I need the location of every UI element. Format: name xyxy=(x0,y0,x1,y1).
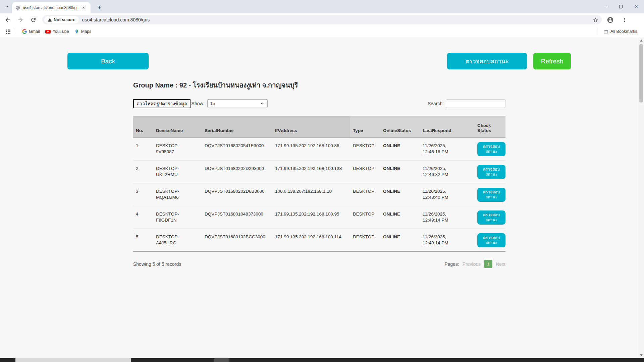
window-close-button[interactable]: × xyxy=(629,0,644,13)
cell-no: 4 xyxy=(133,206,153,229)
forward-nav-button[interactable] xyxy=(15,14,26,25)
row-check-status-button[interactable]: ตรวจสอบ สถานะ xyxy=(477,142,505,156)
cell-last-respond: 11/26/2025, 12:49:14 PM xyxy=(420,206,475,229)
cell-serial-number: DQVPJST01680202D6B3000 xyxy=(202,183,272,206)
cell-serial-number: DQVPJST0168020541E3000 xyxy=(202,137,272,160)
cell-online-status: ONLINE xyxy=(380,137,420,160)
page-size-value: 15 xyxy=(210,101,260,106)
pagination: Pages: Previous 1 Next xyxy=(444,260,505,268)
cell-check-status: ตรวจสอบ สถานะ xyxy=(475,137,505,160)
cell-ip-address: 171.99.135.202:192.168.100.114 xyxy=(272,229,350,251)
table-row: 4 DESKTOP-F8GDF1N DQVPJST016801048373000… xyxy=(133,206,505,229)
window-minimize-button[interactable] xyxy=(598,0,613,13)
header-lastrespond: LastRespond xyxy=(420,116,475,137)
page-size-select[interactable]: 15 xyxy=(207,99,268,108)
cell-device-name: DESKTOP-A4J5HRC xyxy=(153,229,202,251)
page-content: Back ตรวจสอบสถานะ Refresh Group Name : 9… xyxy=(0,37,638,358)
next-page-button[interactable]: Next xyxy=(496,261,505,267)
cell-check-status: ตรวจสอบ สถานะ xyxy=(475,206,505,229)
cell-no: 1 xyxy=(133,137,153,160)
tab-search-chevron-icon[interactable] xyxy=(3,2,12,11)
scrollbar-up-arrow-icon[interactable] xyxy=(638,38,644,43)
folder-icon xyxy=(603,29,608,34)
row-check-status-button[interactable]: ตรวจสอบ สถานะ xyxy=(477,165,505,179)
cell-online-status: ONLINE xyxy=(380,229,420,251)
cell-online-status: ONLINE xyxy=(380,183,420,206)
table-row: 3 DESKTOP-MQA1GM6 DQVPJST01680202D6B3000… xyxy=(133,183,505,206)
cell-last-respond: 11/26/2025, 12:49:14 PM xyxy=(420,229,475,251)
row-check-status-button[interactable]: ตรวจสอบ สถานะ xyxy=(477,210,505,225)
table-header-row: No. DeviceName SerialNumber IPAddress Ty… xyxy=(133,116,505,137)
previous-page-button[interactable]: Previous xyxy=(463,261,481,267)
cell-check-status: ตรวจสอบ สถานะ xyxy=(475,160,505,183)
tab-close-icon[interactable]: × xyxy=(81,5,86,10)
cell-type: DESKTOP xyxy=(350,229,380,251)
header-serialnumber: SerialNumber xyxy=(202,116,272,137)
reload-button[interactable] xyxy=(28,14,39,25)
bookmark-star-icon[interactable] xyxy=(593,17,598,23)
url-text: uso4.starcatcloud.com:8080/gns xyxy=(82,17,589,22)
search-input[interactable] xyxy=(446,99,505,108)
apps-grid-icon[interactable] xyxy=(6,29,10,34)
cell-serial-number: DQVPJST016801048373000 xyxy=(202,206,272,229)
minimize-icon xyxy=(604,7,607,7)
cell-online-status: ONLINE xyxy=(380,160,420,183)
bookmark-gmail[interactable]: Gmail xyxy=(19,28,43,35)
cell-last-respond: 11/26/2025, 12:48:40 PM xyxy=(420,183,475,206)
new-tab-button[interactable]: + xyxy=(95,3,104,12)
browser-tab[interactable]: uso4.starcatcloud.com:8080/gns × xyxy=(12,2,91,13)
divider xyxy=(16,28,16,35)
header-ipaddress: IPAddress xyxy=(272,116,350,137)
row-check-status-button[interactable]: ตรวจสอบ สถานะ xyxy=(477,233,505,247)
cell-type: DESKTOP xyxy=(350,206,380,229)
warning-icon xyxy=(48,18,52,22)
cell-serial-number: DQVPJST01680102BCC3000 xyxy=(202,229,272,251)
back-nav-button[interactable] xyxy=(2,14,13,25)
header-no: No. xyxy=(133,116,153,137)
tab-title: uso4.starcatcloud.com:8080/gns xyxy=(23,5,78,10)
scrollbar-thumb[interactable] xyxy=(639,44,643,103)
table-row: 2 DESKTOP-UKL2RMU DQVPJST01680202D293000… xyxy=(133,160,505,183)
page-title: Group Name : 92 - โรงเรียนบ้านหนองงูเห่า… xyxy=(133,80,505,90)
cell-no: 5 xyxy=(133,229,153,251)
back-button[interactable]: Back xyxy=(67,53,149,69)
vertical-scrollbar[interactable] xyxy=(638,37,644,358)
cell-device-name: DESKTOP-9V95087 xyxy=(153,137,202,160)
cell-device-name: DESKTOP-F8GDF1N xyxy=(153,206,202,229)
not-secure-chip[interactable]: Not secure xyxy=(44,16,79,23)
cell-no: 3 xyxy=(133,183,153,206)
youtube-icon xyxy=(45,30,51,34)
bookmark-maps[interactable]: Maps xyxy=(72,28,94,35)
show-label: Show: xyxy=(192,101,205,106)
address-bar[interactable]: Not secure uso4.starcatcloud.com:8080/gn… xyxy=(42,15,602,24)
browser-menu-icon[interactable] xyxy=(619,14,630,25)
device-table-body: 1 DESKTOP-9V95087 DQVPJST0168020541E3000… xyxy=(133,137,505,251)
pages-label: Pages: xyxy=(444,261,459,267)
scrollbar-down-arrow-icon[interactable] xyxy=(638,353,644,358)
cell-ip-address: 171.99.135.202:192.168.100.138 xyxy=(272,160,350,183)
table-row: 1 DESKTOP-9V95087 DQVPJST0168020541E3000… xyxy=(133,137,505,160)
cell-ip-address: 171.99.135.202:192.168.100.88 xyxy=(272,137,350,160)
all-bookmarks-button[interactable]: All Bookmarks xyxy=(601,28,640,35)
check-status-all-button[interactable]: ตรวจสอบสถานะ xyxy=(447,53,527,69)
close-icon: × xyxy=(635,4,638,9)
window-maximize-button[interactable] xyxy=(613,0,629,13)
cell-ip-address: 106.0.138.207:192.168.1.10 xyxy=(272,183,350,206)
table-row: 5 DESKTOP-A4J5HRC DQVPJST01680102BCC3000… xyxy=(133,229,505,251)
maximize-icon xyxy=(619,5,623,8)
bookmark-youtube[interactable]: YouTube xyxy=(43,28,72,35)
cell-check-status: ตรวจสอบ สถานะ xyxy=(475,229,505,251)
refresh-button[interactable]: Refresh xyxy=(533,53,571,69)
cell-type: DESKTOP xyxy=(350,183,380,206)
cell-last-respond: 11/26/2025, 12:46:32 PM xyxy=(420,160,475,183)
globe-icon xyxy=(15,5,20,10)
taskbar-edge xyxy=(0,358,644,362)
cell-device-name: DESKTOP-UKL2RMU xyxy=(153,160,202,183)
profile-avatar-icon[interactable] xyxy=(604,14,616,25)
device-table: No. DeviceName SerialNumber IPAddress Ty… xyxy=(133,116,505,252)
browser-tab-strip: uso4.starcatcloud.com:8080/gns × + × xyxy=(0,0,644,13)
row-check-status-button[interactable]: ตรวจสอบ สถานะ xyxy=(477,188,505,202)
download-table-image-button[interactable]: ดาวโหลดรูปตารางข้อมูล xyxy=(133,99,191,108)
current-page-badge[interactable]: 1 xyxy=(484,260,492,268)
cell-check-status: ตรวจสอบ สถานะ xyxy=(475,183,505,206)
